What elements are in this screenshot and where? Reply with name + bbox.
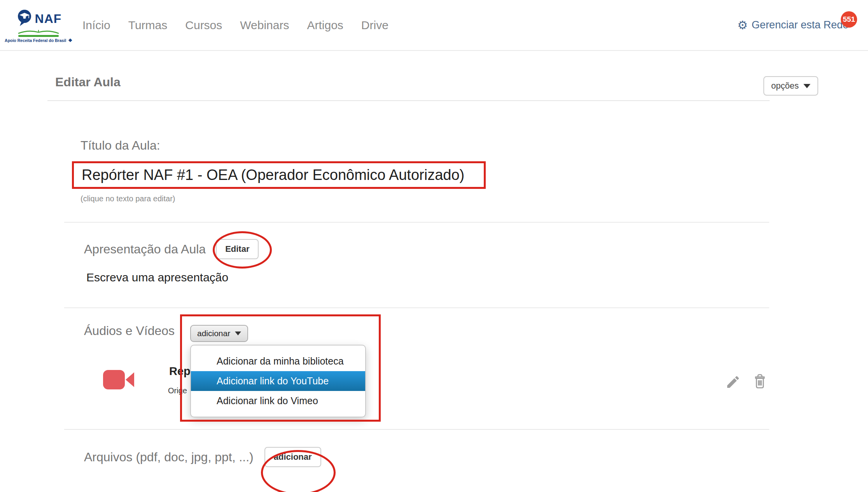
section-presentation: Apresentação da Aula Editar Escreva uma … [64, 223, 769, 308]
notification-badge[interactable]: 551 [841, 11, 857, 28]
add-media-toggle-label: adicionar [197, 329, 230, 338]
menu-item-add-vimeo-link[interactable]: Adicionar link do Vimeo [191, 391, 365, 411]
page-title: Editar Aula [47, 75, 770, 89]
manage-network-label: Gerenciar esta Rede [752, 19, 849, 31]
presentation-placeholder-text[interactable]: Escreva uma apresentação [64, 271, 769, 284]
manage-network-link[interactable]: ⚙ Gerenciar esta Rede 551 [737, 19, 852, 31]
pencil-icon [725, 374, 741, 390]
chevron-down-icon [803, 84, 810, 88]
lesson-title-hint: (clique no texto para editar) [80, 194, 769, 203]
section-lesson-title: Título da Aula: Repórter NAF #1 - OEA (O… [64, 101, 769, 223]
lesson-edit-form: Título da Aula: Repórter NAF #1 - OEA (O… [64, 101, 769, 492]
brand-name: NAF [35, 12, 62, 26]
presentation-heading: Apresentação da Aula [84, 242, 206, 256]
green-ribbon [18, 35, 59, 37]
options-button[interactable]: opções [763, 76, 818, 96]
top-navbar: NAF Apoio Receita Federal do Brasil ❖ In… [0, 0, 868, 51]
brand-subtitle: Apoio Receita Federal do Brasil [5, 38, 66, 43]
menu-item-add-from-library[interactable]: Adicionar da minha biblioteca [191, 351, 365, 371]
lesson-title-value[interactable]: Repórter NAF #1 - OEA (Operador Econômic… [82, 167, 476, 183]
naf-logo[interactable]: NAF Apoio Receita Federal do Brasil ❖ [9, 9, 68, 43]
gear-icon: ⚙ [737, 19, 748, 31]
menu-item-add-youtube-link[interactable]: Adicionar link do YouTube [191, 371, 365, 391]
nav-item-turmas[interactable]: Turmas [128, 19, 168, 32]
add-file-button[interactable]: adicionar [264, 447, 321, 467]
chevron-down-icon [235, 331, 241, 335]
section-files: Arquivos (pdf, doc, jpg, ppt, ...) adici… [64, 430, 769, 492]
lesson-title-label: Título da Aula: [64, 138, 769, 153]
nav-item-inicio[interactable]: Início [82, 19, 110, 32]
nav-item-webinars[interactable]: Webinars [240, 19, 289, 32]
add-media-dropdown-menu: Adicionar da minha biblioteca Adicionar … [190, 345, 366, 417]
nav-item-drive[interactable]: Drive [361, 19, 388, 32]
video-item-title[interactable]: Rep [169, 365, 191, 378]
video-camera-icon [103, 370, 135, 391]
receita-federal-mark-icon: ❖ [68, 38, 72, 43]
graduation-cap-bubble-icon [16, 9, 33, 29]
nav-item-cursos[interactable]: Cursos [185, 19, 222, 32]
edit-video-button[interactable] [725, 374, 741, 391]
main-nav: Início Turmas Cursos Webinars Artigos Dr… [82, 19, 388, 32]
page-header: Editar Aula [47, 51, 770, 101]
add-media-dropdown-toggle[interactable]: adicionar [190, 325, 248, 342]
trash-icon [752, 373, 768, 390]
section-audio-video: Áudios e Vídeos adicionar Adicionar da m… [64, 308, 769, 430]
video-item-origin: Orige [168, 386, 187, 395]
delete-video-button[interactable] [752, 373, 768, 391]
nav-item-artigos[interactable]: Artigos [307, 19, 343, 32]
annotation-rect-title: Repórter NAF #1 - OEA (Operador Econômic… [72, 161, 486, 189]
options-button-label: opções [771, 81, 799, 91]
files-heading: Arquivos (pdf, doc, jpg, ppt, ...) [64, 450, 254, 464]
media-heading: Áudios e Vídeos [64, 324, 769, 338]
edit-presentation-button[interactable]: Editar [216, 239, 259, 259]
